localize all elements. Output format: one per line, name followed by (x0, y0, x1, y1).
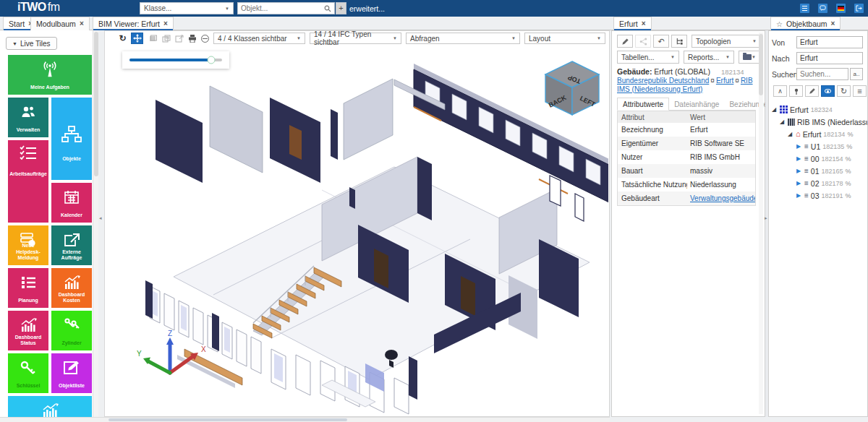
close-icon[interactable] (80, 20, 84, 27)
erweitert-link[interactable]: erweitert... (349, 4, 385, 13)
tree-node-floor-02[interactable]: ▶ 02 182178 (769, 177, 867, 189)
tile-arbeitsauftraege[interactable]: Arbeitsaufträge (8, 140, 48, 223)
tile-extra[interactable] (8, 396, 92, 417)
bim-canvas[interactable]: TOP BACK LEFT Z X Y (105, 46, 608, 416)
expanded-icon[interactable]: ◢ (780, 119, 786, 125)
view-cube[interactable]: TOP BACK LEFT (545, 61, 599, 115)
collapse-left-icon[interactable]: ◂ (99, 215, 102, 221)
tiles-scrollbar[interactable] (93, 30, 98, 417)
tree-node-floor-00[interactable]: ▶ 00 182154 (769, 152, 867, 165)
tree-menu-button[interactable]: ≡ (853, 85, 867, 97)
hierarchy-button[interactable] (671, 35, 687, 48)
tile-meine-aufgaben[interactable]: Meine Aufgaben (8, 55, 92, 95)
tile-verwalten[interactable]: Verwalten (8, 98, 48, 137)
breadcrumb-link[interactable]: Erfurt (716, 77, 733, 85)
objekt-search-input[interactable] (241, 4, 324, 12)
tile-zylinder[interactable]: Zylinder (51, 311, 92, 350)
export-button[interactable] (173, 33, 185, 44)
von-input[interactable] (796, 36, 863, 48)
refresh-button[interactable]: ↻ (116, 33, 129, 44)
tile-dashboard-status[interactable]: Dashboard Status (8, 311, 48, 350)
main-menu-button[interactable] (800, 4, 809, 13)
breadcrumb-link[interactable]: Bundesrepublik Deutschland (617, 77, 709, 85)
percent-icon[interactable] (846, 180, 851, 187)
add-search-button[interactable]: + (336, 2, 346, 14)
collapsed-icon[interactable]: ▶ (796, 143, 802, 150)
tree-node-floor-u1[interactable]: ▶ U1 182135 (769, 140, 867, 152)
layers-button[interactable] (160, 33, 172, 44)
detail-scrollbar[interactable] (759, 33, 763, 414)
tab-bim-viewer[interactable]: BIM Viewer: Erfurt (93, 17, 174, 30)
tree-node-erfurt-building[interactable]: ◢ Erfurt 182134 (769, 128, 867, 140)
klasse-dropdown[interactable]: Klasse...▼ (140, 2, 234, 14)
share-button[interactable] (635, 35, 651, 48)
refresh-tree-button[interactable]: ↻ (837, 85, 851, 97)
collapse-all-button[interactable]: ∧ (773, 85, 787, 97)
horizontal-scrollbar[interactable] (0, 417, 610, 422)
feedback-button[interactable] (818, 4, 827, 13)
tile-dashboard-kosten[interactable]: Dashboard Kosten (51, 268, 92, 308)
star-icon[interactable] (776, 20, 783, 28)
nach-input[interactable] (796, 52, 863, 64)
folder-dropdown[interactable]: ▼ (739, 51, 760, 64)
collapsed-icon[interactable]: ▶ (796, 180, 802, 186)
collapsed-icon[interactable]: ▶ (796, 192, 802, 199)
tree-node-rib-ims[interactable]: ◢ RIB IMS (Niederlassung Erfurt) (769, 116, 867, 128)
tab-modulbaum[interactable]: Modulbaum (30, 17, 90, 30)
suchen-input[interactable] (796, 68, 848, 80)
scrollbar-thumb[interactable] (759, 34, 763, 95)
abfragen-dropdown[interactable]: Abfragen▼ (406, 33, 520, 44)
left-splitter[interactable]: ◂ (98, 30, 105, 417)
tile-planung[interactable]: Planung (8, 268, 48, 308)
tab-attributwerte[interactable]: Attributwerte (617, 98, 669, 111)
percent-icon[interactable] (846, 143, 852, 150)
pan-button[interactable] (131, 33, 143, 44)
tab-objektbaum[interactable]: Objektbaum (770, 17, 841, 30)
collapse-right-icon[interactable]: ▸ (765, 215, 767, 221)
tree-node-erfurt-root[interactable]: ◢ Erfurt 182324 (769, 103, 867, 116)
building-model[interactable] (145, 64, 608, 414)
live-tiles-toggle[interactable]: ▼Live Tiles (6, 37, 57, 50)
visibility-filter-button[interactable] (199, 33, 211, 44)
pin-button[interactable] (789, 85, 803, 97)
close-icon[interactable] (642, 20, 646, 27)
tab-erfurt[interactable]: Erfurt (613, 17, 652, 30)
tile-schluessel[interactable]: Schlüssel (8, 353, 48, 393)
tile-objektliste[interactable]: Objektliste (51, 353, 92, 393)
undo-button[interactable]: ↶ (653, 35, 669, 48)
tile-objekte[interactable]: Objekte (51, 98, 92, 180)
collapsed-icon[interactable]: ▶ (796, 155, 802, 162)
gebaeudeart-link[interactable]: Verwaltungsgebäude (690, 194, 755, 202)
slider-knob[interactable] (207, 56, 215, 64)
advanced-search-button[interactable]: a.. (850, 68, 863, 80)
topologien-dropdown[interactable]: Topologien▼ (692, 35, 761, 48)
logout-button[interactable] (854, 4, 864, 13)
close-icon[interactable] (163, 20, 168, 27)
percent-icon[interactable] (846, 168, 851, 175)
collapsed-icon[interactable]: ▶ (796, 168, 802, 174)
expanded-icon[interactable]: ◢ (772, 106, 778, 113)
ifc-typen-dropdown[interactable]: 14 / 14 IFC Typen sichtbar▼ (310, 33, 401, 44)
tile-externe-auftraege[interactable]: Externe Aufträge (51, 225, 92, 265)
tree-node-floor-03[interactable]: ▶ 03 182191 (769, 189, 867, 202)
slider-track[interactable] (129, 59, 222, 61)
percent-icon[interactable] (846, 155, 851, 163)
expanded-icon[interactable]: ◢ (788, 131, 793, 137)
tree-node-floor-01[interactable]: ▶ 01 182165 (769, 165, 867, 177)
tabellen-dropdown[interactable]: Tabellen...▼ (617, 51, 679, 64)
close-icon[interactable] (831, 20, 835, 27)
edit-tree-button[interactable] (805, 85, 819, 97)
reports-dropdown[interactable]: Reports...▼ (684, 51, 734, 64)
visibility-button[interactable] (821, 85, 835, 97)
box-mode-button[interactable] (147, 33, 159, 44)
tile-kalender[interactable]: Kalender (51, 183, 92, 223)
klassen-dropdown[interactable]: 4 / 4 Klassen sichtbar▼ (213, 33, 305, 44)
percent-icon[interactable] (847, 131, 853, 138)
scrollbar-thumb[interactable] (109, 418, 347, 421)
edit-button[interactable] (617, 35, 633, 48)
percent-icon[interactable] (846, 192, 851, 199)
tab-dateianhaenge[interactable]: Dateianhänge (669, 98, 724, 111)
layout-dropdown[interactable]: Layout▼ (524, 33, 605, 44)
language-button[interactable] (836, 4, 846, 13)
tile-neue-helpdesk-meldung[interactable]: Neue Helpdesk-Meldung (8, 225, 48, 265)
